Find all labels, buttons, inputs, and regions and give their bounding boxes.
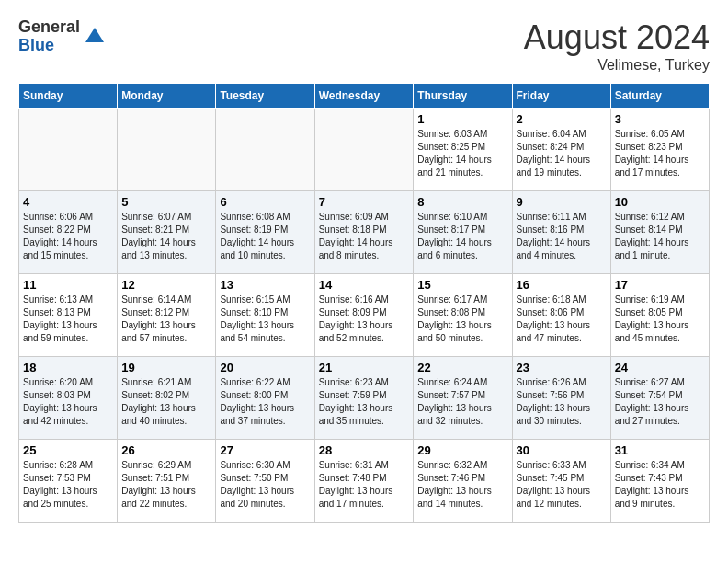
- calendar-cell: 9Sunrise: 6:11 AM Sunset: 8:16 PM Daylig…: [512, 191, 610, 274]
- calendar-cell: 7Sunrise: 6:09 AM Sunset: 8:18 PM Daylig…: [314, 191, 414, 274]
- calendar-cell: 26Sunrise: 6:29 AM Sunset: 7:51 PM Dayli…: [118, 440, 216, 523]
- day-info: Sunrise: 6:30 AM Sunset: 7:50 PM Dayligh…: [220, 459, 310, 511]
- calendar-cell: 23Sunrise: 6:26 AM Sunset: 7:56 PM Dayli…: [512, 357, 610, 440]
- calendar-cell: [216, 109, 314, 191]
- calendar-cell: 11Sunrise: 6:13 AM Sunset: 8:13 PM Dayli…: [19, 274, 118, 357]
- calendar-cell: 1Sunrise: 6:03 AM Sunset: 8:25 PM Daylig…: [414, 109, 512, 191]
- day-number: 6: [220, 195, 310, 209]
- calendar-cell: 8Sunrise: 6:10 AM Sunset: 8:17 PM Daylig…: [414, 191, 512, 274]
- day-info: Sunrise: 6:05 AM Sunset: 8:23 PM Dayligh…: [615, 128, 705, 179]
- day-info: Sunrise: 6:13 AM Sunset: 8:13 PM Dayligh…: [23, 293, 113, 345]
- calendar-cell: [19, 109, 118, 191]
- day-info: Sunrise: 6:07 AM Sunset: 8:21 PM Dayligh…: [121, 211, 211, 262]
- day-number: 7: [319, 195, 410, 209]
- day-number: 15: [417, 278, 507, 292]
- day-info: Sunrise: 6:08 AM Sunset: 8:19 PM Dayligh…: [220, 211, 310, 262]
- day-info: Sunrise: 6:32 AM Sunset: 7:46 PM Dayligh…: [417, 459, 507, 511]
- day-number: 5: [121, 195, 211, 209]
- main-title: August 2024: [524, 18, 710, 57]
- calendar-cell: 27Sunrise: 6:30 AM Sunset: 7:50 PM Dayli…: [216, 440, 314, 523]
- day-info: Sunrise: 6:26 AM Sunset: 7:56 PM Dayligh…: [517, 376, 607, 428]
- column-header-sunday: Sunday: [19, 84, 118, 109]
- day-number: 24: [615, 361, 705, 374]
- day-info: Sunrise: 6:31 AM Sunset: 7:48 PM Dayligh…: [319, 459, 410, 511]
- day-number: 17: [615, 278, 705, 292]
- column-header-saturday: Saturday: [610, 84, 709, 109]
- calendar-week-5: 25Sunrise: 6:28 AM Sunset: 7:53 PM Dayli…: [19, 440, 710, 523]
- day-number: 20: [220, 361, 310, 374]
- day-number: 22: [417, 361, 507, 374]
- calendar-table: SundayMondayTuesdayWednesdayThursdayFrid…: [18, 83, 710, 523]
- calendar-cell: 4Sunrise: 6:06 AM Sunset: 8:22 PM Daylig…: [19, 191, 118, 274]
- calendar-cell: 16Sunrise: 6:18 AM Sunset: 8:06 PM Dayli…: [512, 274, 610, 357]
- day-number: 31: [615, 443, 705, 457]
- title-block: August 2024 Velimese, Turkey: [524, 18, 710, 74]
- day-info: Sunrise: 6:10 AM Sunset: 8:17 PM Dayligh…: [417, 211, 507, 262]
- day-info: Sunrise: 6:16 AM Sunset: 8:09 PM Dayligh…: [319, 293, 410, 345]
- column-header-tuesday: Tuesday: [216, 84, 314, 109]
- calendar-cell: 24Sunrise: 6:27 AM Sunset: 7:54 PM Dayli…: [610, 357, 709, 440]
- day-info: Sunrise: 6:18 AM Sunset: 8:06 PM Dayligh…: [517, 293, 607, 345]
- day-info: Sunrise: 6:27 AM Sunset: 7:54 PM Dayligh…: [615, 376, 705, 428]
- calendar-cell: [314, 109, 414, 191]
- calendar-cell: 25Sunrise: 6:28 AM Sunset: 7:53 PM Dayli…: [19, 440, 118, 523]
- day-number: 27: [220, 443, 310, 457]
- calendar-header-row: SundayMondayTuesdayWednesdayThursdayFrid…: [19, 84, 710, 109]
- calendar-cell: 15Sunrise: 6:17 AM Sunset: 8:08 PM Dayli…: [414, 274, 512, 357]
- svg-marker-0: [85, 28, 104, 42]
- logo-general: General: [18, 18, 80, 37]
- day-info: Sunrise: 6:09 AM Sunset: 8:18 PM Dayligh…: [319, 211, 410, 262]
- day-info: Sunrise: 6:19 AM Sunset: 8:05 PM Dayligh…: [615, 293, 705, 345]
- calendar-cell: 5Sunrise: 6:07 AM Sunset: 8:21 PM Daylig…: [118, 191, 216, 274]
- calendar-cell: 13Sunrise: 6:15 AM Sunset: 8:10 PM Dayli…: [216, 274, 314, 357]
- day-number: 3: [615, 112, 705, 126]
- day-number: 28: [319, 443, 410, 457]
- day-info: Sunrise: 6:21 AM Sunset: 8:02 PM Dayligh…: [121, 376, 211, 428]
- day-number: 18: [23, 361, 113, 374]
- calendar-cell: 10Sunrise: 6:12 AM Sunset: 8:14 PM Dayli…: [610, 191, 709, 274]
- day-info: Sunrise: 6:24 AM Sunset: 7:57 PM Dayligh…: [417, 376, 507, 428]
- calendar-week-2: 4Sunrise: 6:06 AM Sunset: 8:22 PM Daylig…: [19, 191, 710, 274]
- calendar-cell: 2Sunrise: 6:04 AM Sunset: 8:24 PM Daylig…: [512, 109, 610, 191]
- day-number: 16: [517, 278, 607, 292]
- day-info: Sunrise: 6:29 AM Sunset: 7:51 PM Dayligh…: [121, 459, 211, 511]
- day-number: 8: [417, 195, 507, 209]
- calendar-cell: 19Sunrise: 6:21 AM Sunset: 8:02 PM Dayli…: [118, 357, 216, 440]
- day-info: Sunrise: 6:15 AM Sunset: 8:10 PM Dayligh…: [220, 293, 310, 345]
- logo: General Blue: [18, 18, 106, 55]
- calendar-cell: 18Sunrise: 6:20 AM Sunset: 8:03 PM Dayli…: [19, 357, 118, 440]
- day-number: 13: [220, 278, 310, 292]
- day-number: 11: [23, 278, 113, 292]
- day-number: 10: [615, 195, 705, 209]
- calendar-cell: 30Sunrise: 6:33 AM Sunset: 7:45 PM Dayli…: [512, 440, 610, 523]
- calendar-cell: 29Sunrise: 6:32 AM Sunset: 7:46 PM Dayli…: [414, 440, 512, 523]
- day-number: 21: [319, 361, 410, 374]
- column-header-thursday: Thursday: [414, 84, 512, 109]
- day-info: Sunrise: 6:11 AM Sunset: 8:16 PM Dayligh…: [517, 211, 607, 262]
- calendar-cell: [118, 109, 216, 191]
- day-info: Sunrise: 6:22 AM Sunset: 8:00 PM Dayligh…: [220, 376, 310, 428]
- calendar-cell: 20Sunrise: 6:22 AM Sunset: 8:00 PM Dayli…: [216, 357, 314, 440]
- column-header-friday: Friday: [512, 84, 610, 109]
- day-number: 4: [23, 195, 113, 209]
- day-info: Sunrise: 6:23 AM Sunset: 7:59 PM Dayligh…: [319, 376, 410, 428]
- logo-icon: [84, 26, 106, 48]
- calendar-cell: 28Sunrise: 6:31 AM Sunset: 7:48 PM Dayli…: [314, 440, 414, 523]
- day-info: Sunrise: 6:28 AM Sunset: 7:53 PM Dayligh…: [23, 459, 113, 511]
- calendar-cell: 12Sunrise: 6:14 AM Sunset: 8:12 PM Dayli…: [118, 274, 216, 357]
- day-number: 30: [517, 443, 607, 457]
- calendar-cell: 17Sunrise: 6:19 AM Sunset: 8:05 PM Dayli…: [610, 274, 709, 357]
- calendar-cell: 14Sunrise: 6:16 AM Sunset: 8:09 PM Dayli…: [314, 274, 414, 357]
- day-info: Sunrise: 6:34 AM Sunset: 7:43 PM Dayligh…: [615, 459, 705, 511]
- day-info: Sunrise: 6:33 AM Sunset: 7:45 PM Dayligh…: [517, 459, 607, 511]
- day-info: Sunrise: 6:06 AM Sunset: 8:22 PM Dayligh…: [23, 211, 113, 262]
- calendar-cell: 21Sunrise: 6:23 AM Sunset: 7:59 PM Dayli…: [314, 357, 414, 440]
- calendar-cell: 6Sunrise: 6:08 AM Sunset: 8:19 PM Daylig…: [216, 191, 314, 274]
- day-number: 23: [517, 361, 607, 374]
- calendar-week-1: 1Sunrise: 6:03 AM Sunset: 8:25 PM Daylig…: [19, 109, 710, 191]
- subtitle: Velimese, Turkey: [524, 57, 710, 74]
- logo-blue: Blue: [18, 37, 80, 55]
- day-number: 12: [121, 278, 211, 292]
- column-header-monday: Monday: [118, 84, 216, 109]
- day-info: Sunrise: 6:03 AM Sunset: 8:25 PM Dayligh…: [417, 128, 507, 179]
